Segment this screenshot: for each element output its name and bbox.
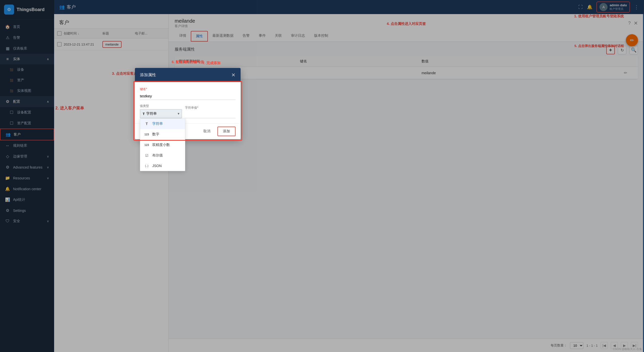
value-type-select-wrap: T 字符串 ▼ T 字符串 123 数字 bbox=[140, 109, 182, 118]
dropdown-item-json-label: JSON bbox=[152, 164, 162, 168]
dropdown-item-string-label: 字符串 bbox=[152, 122, 163, 126]
value-input-label: 字符串值* bbox=[185, 106, 236, 110]
dialog-body: 键名* 值类型 T 字符串 ▼ T 字符串 bbox=[135, 82, 241, 123]
key-field-label: 键名* bbox=[140, 87, 236, 91]
dropdown-item-number[interactable]: 123 数字 bbox=[140, 129, 185, 140]
dialog-close-button[interactable]: ✕ bbox=[231, 72, 236, 78]
dropdown-item-json[interactable]: {..} JSON bbox=[140, 161, 185, 171]
dropdown-item-boolean[interactable]: ☑ 布尔值 bbox=[140, 150, 185, 161]
double-type-icon: 123 bbox=[144, 143, 149, 146]
value-type-selected: 字符串 bbox=[146, 111, 157, 116]
value-input[interactable] bbox=[185, 111, 236, 118]
add-attribute-dialog: 添加属性 ✕ 6. 配置属性的键与值 键名* 值类型 T 字符串 ▼ bbox=[135, 68, 241, 139]
dropdown-item-number-label: 数字 bbox=[152, 132, 159, 137]
boolean-type-icon: ☑ bbox=[144, 153, 149, 158]
dialog-title: 添加属性 bbox=[140, 72, 156, 78]
add-button[interactable]: 添加 bbox=[217, 127, 236, 136]
string-type-icon: T bbox=[144, 122, 149, 126]
dialog-header: 添加属性 ✕ bbox=[135, 68, 241, 82]
dropdown-item-double[interactable]: 123 双精度小数 bbox=[140, 140, 185, 150]
dropdown-item-string[interactable]: T 字符串 bbox=[140, 119, 185, 129]
dropdown-item-boolean-label: 布尔值 bbox=[152, 153, 163, 158]
modal-backdrop bbox=[0, 0, 644, 352]
value-type-icon: T bbox=[143, 112, 145, 116]
value-type-select[interactable]: T 字符串 bbox=[140, 109, 182, 118]
key-input[interactable] bbox=[140, 92, 236, 100]
dropdown-item-double-label: 双精度小数 bbox=[152, 143, 170, 147]
cancel-button[interactable]: 取消 bbox=[199, 127, 214, 136]
number-type-icon: 123 bbox=[144, 133, 149, 136]
value-type-dropdown: T 字符串 123 数字 123 双精度小数 ☑ bbox=[140, 118, 185, 171]
json-type-icon: {..} bbox=[144, 164, 149, 167]
value-type-label: 值类型 bbox=[140, 104, 182, 108]
